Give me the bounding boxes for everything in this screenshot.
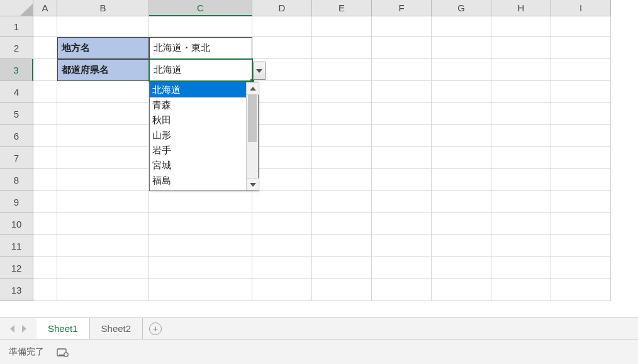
cell-I5[interactable] xyxy=(551,103,611,125)
cell-C9[interactable] xyxy=(149,191,252,213)
cell-A13[interactable] xyxy=(33,279,57,301)
cell-G6[interactable] xyxy=(432,125,491,147)
cell-A7[interactable] xyxy=(33,147,57,169)
cell-E2[interactable] xyxy=(312,37,372,59)
cell-A6[interactable] xyxy=(33,125,57,147)
cell-B11[interactable] xyxy=(57,235,149,257)
cell-E8[interactable] xyxy=(312,169,372,191)
cell-I3[interactable] xyxy=(551,59,611,81)
cell-A11[interactable] xyxy=(33,235,57,257)
cell-I6[interactable] xyxy=(551,125,611,147)
cell-D1[interactable] xyxy=(252,16,312,37)
row-header-6[interactable]: 6 xyxy=(0,125,33,147)
column-header-H[interactable]: H xyxy=(491,0,551,16)
cell-A9[interactable] xyxy=(33,191,57,213)
column-header-D[interactable]: D xyxy=(252,0,312,16)
row-header-2[interactable]: 2 xyxy=(0,37,33,59)
dropdown-item[interactable]: 青森 xyxy=(150,97,246,113)
scroll-up-button[interactable] xyxy=(247,82,259,95)
cell-E4[interactable] xyxy=(312,81,372,103)
cell-B3-label[interactable]: 都道府県名 xyxy=(57,59,149,81)
cell-G9[interactable] xyxy=(432,191,491,213)
cell-H5[interactable] xyxy=(491,103,551,125)
sheet-tab[interactable]: Sheet2 xyxy=(90,318,143,339)
cell-F3[interactable] xyxy=(372,59,432,81)
cell-B13[interactable] xyxy=(57,279,149,301)
cell-F10[interactable] xyxy=(372,213,432,235)
cell-B1[interactable] xyxy=(57,16,149,37)
cell-A4[interactable] xyxy=(33,81,57,103)
cell-G3[interactable] xyxy=(432,59,491,81)
cell-B5[interactable] xyxy=(57,103,149,125)
cell-D11[interactable] xyxy=(252,235,312,257)
cell-F6[interactable] xyxy=(372,125,432,147)
column-header-B[interactable]: B xyxy=(57,0,149,16)
cell-F4[interactable] xyxy=(372,81,432,103)
cell-B10[interactable] xyxy=(57,213,149,235)
cell-E11[interactable] xyxy=(312,235,372,257)
cell-F12[interactable] xyxy=(372,257,432,279)
column-header-C[interactable]: C xyxy=(149,0,252,16)
cell-E6[interactable] xyxy=(312,125,372,147)
cell-E9[interactable] xyxy=(312,191,372,213)
cell-G11[interactable] xyxy=(432,235,491,257)
cell-F5[interactable] xyxy=(372,103,432,125)
cell-D13[interactable] xyxy=(252,279,312,301)
cell-E7[interactable] xyxy=(312,147,372,169)
cell-C10[interactable] xyxy=(149,213,252,235)
cell-E13[interactable] xyxy=(312,279,372,301)
cell-H9[interactable] xyxy=(491,191,551,213)
cell-C3-value[interactable]: 北海道 xyxy=(149,59,252,81)
macro-record-icon[interactable] xyxy=(57,347,69,357)
cell-I13[interactable] xyxy=(551,279,611,301)
cell-F11[interactable] xyxy=(372,235,432,257)
add-sheet-button[interactable]: + xyxy=(143,318,168,339)
cell-F1[interactable] xyxy=(372,16,432,37)
row-header-3[interactable]: 3 xyxy=(0,59,33,81)
cell-G4[interactable] xyxy=(432,81,491,103)
cell-D2[interactable] xyxy=(252,37,312,59)
cell-A2[interactable] xyxy=(33,37,57,59)
data-validation-dropdown-list[interactable]: 北海道青森秋田山形岩手宮城福島 xyxy=(149,82,259,191)
cell-A10[interactable] xyxy=(33,213,57,235)
cell-B7[interactable] xyxy=(57,147,149,169)
row-header-7[interactable]: 7 xyxy=(0,147,33,169)
data-validation-dropdown-button[interactable] xyxy=(253,62,266,80)
cell-D8[interactable] xyxy=(252,169,312,191)
cell-G2[interactable] xyxy=(432,37,491,59)
tab-navigation[interactable] xyxy=(0,318,36,339)
cell-I10[interactable] xyxy=(551,213,611,235)
cell-C13[interactable] xyxy=(149,279,252,301)
cell-H7[interactable] xyxy=(491,147,551,169)
column-header-G[interactable]: G xyxy=(432,0,491,16)
cell-B2-label[interactable]: 地方名 xyxy=(57,37,149,59)
dropdown-item[interactable]: 宮城 xyxy=(150,158,246,173)
scrollbar-thumb[interactable] xyxy=(248,94,257,142)
cell-A5[interactable] xyxy=(33,103,57,125)
cell-C1[interactable] xyxy=(149,16,252,37)
cell-C2-value[interactable]: 北海道・東北 xyxy=(149,37,252,59)
cell-D6[interactable] xyxy=(252,125,312,147)
cell-A12[interactable] xyxy=(33,257,57,279)
cell-B8[interactable] xyxy=(57,169,149,191)
cell-H6[interactable] xyxy=(491,125,551,147)
dropdown-scrollbar[interactable] xyxy=(246,82,258,190)
cell-H12[interactable] xyxy=(491,257,551,279)
cell-A8[interactable] xyxy=(33,169,57,191)
cell-H4[interactable] xyxy=(491,81,551,103)
cell-G1[interactable] xyxy=(432,16,491,37)
cell-C12[interactable] xyxy=(149,257,252,279)
column-header-F[interactable]: F xyxy=(372,0,432,16)
dropdown-item[interactable]: 山形 xyxy=(150,128,246,143)
cell-I7[interactable] xyxy=(551,147,611,169)
cell-I8[interactable] xyxy=(551,169,611,191)
cell-G8[interactable] xyxy=(432,169,491,191)
cell-F8[interactable] xyxy=(372,169,432,191)
cell-F9[interactable] xyxy=(372,191,432,213)
dropdown-item[interactable]: 秋田 xyxy=(150,113,246,128)
cell-H10[interactable] xyxy=(491,213,551,235)
cell-H1[interactable] xyxy=(491,16,551,37)
row-header-4[interactable]: 4 xyxy=(0,81,33,103)
cell-I9[interactable] xyxy=(551,191,611,213)
cell-E12[interactable] xyxy=(312,257,372,279)
